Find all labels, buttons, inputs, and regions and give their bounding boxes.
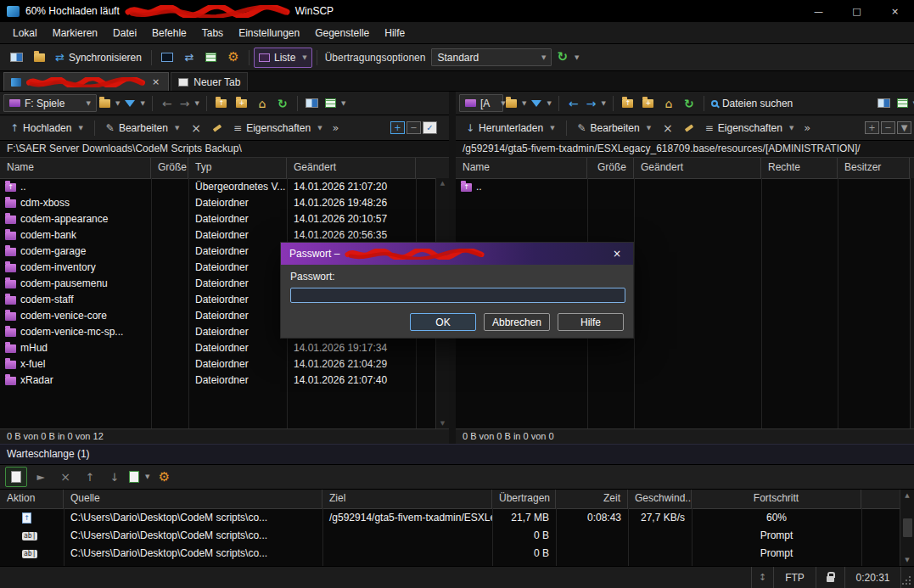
column-header-modified[interactable]: Geändert: [287, 158, 416, 178]
file-row[interactable]: cdm-xboss Dateiordner 14.01.2026 19:48:2…: [0, 195, 449, 211]
ok-button[interactable]: OK: [410, 313, 476, 331]
commander-view-button[interactable]: [5, 48, 28, 68]
scroll-down-icon[interactable]: ▼: [440, 420, 445, 427]
file-row[interactable]: ↑..: [456, 179, 914, 195]
home-button[interactable]: ⌂: [659, 94, 679, 113]
queue-header[interactable]: Warteschlange (1): [0, 444, 914, 464]
column-header-target[interactable]: Ziel: [322, 490, 492, 508]
column-header-transferred[interactable]: Übertragen: [492, 490, 556, 508]
edit-button[interactable]: ✎ Bearbeiten ▼: [101, 118, 185, 137]
menu-datei[interactable]: Datei: [105, 22, 144, 44]
overflow-chevron-icon[interactable]: »: [800, 122, 814, 133]
explorer-view-button[interactable]: [28, 48, 50, 68]
local-drive-select[interactable]: F: Spiele ▼: [3, 94, 97, 112]
column-header-size[interactable]: Größe: [587, 158, 634, 178]
queue-resume-button[interactable]: ►: [30, 467, 52, 487]
transfer-preset-select[interactable]: Standard ▼: [431, 48, 552, 66]
back-button[interactable]: ←: [157, 94, 177, 113]
cancel-button[interactable]: Abbrechen: [484, 313, 550, 331]
menu-einstellungen[interactable]: Einstellungen: [231, 22, 307, 44]
properties-button[interactable]: ≡ Eigenschaften ▼: [228, 118, 328, 137]
column-header-owner[interactable]: Besitzer: [838, 158, 910, 178]
refresh-local-button[interactable]: ↻: [272, 94, 293, 113]
select-files-button[interactable]: +: [390, 121, 405, 134]
file-row[interactable]: xRadar Dateiordner 14.01.2026 21:07:40: [0, 372, 449, 389]
file-row[interactable]: x-fuel Dateiordner 14.01.2026 21:04:29: [0, 356, 449, 372]
column-header-size[interactable]: Größe: [151, 158, 188, 178]
session-tab[interactable]: ×: [3, 72, 169, 91]
view-style-button[interactable]: ▼: [322, 94, 348, 113]
menu-lokal[interactable]: Lokal: [5, 22, 45, 44]
queue-process-button[interactable]: ▼: [128, 467, 150, 487]
back-button[interactable]: ←: [564, 94, 584, 113]
minimize-button[interactable]: —: [799, 0, 838, 22]
maximize-button[interactable]: □: [838, 0, 876, 22]
swap-panels-button[interactable]: [302, 94, 322, 113]
column-header-rights[interactable]: Rechte: [761, 158, 838, 178]
scrollbar-thumb[interactable]: [903, 518, 912, 537]
scroll-up-icon[interactable]: ▲: [905, 492, 909, 499]
edit-button[interactable]: ✎ Bearbeiten ▼: [573, 118, 657, 137]
panel-view-liste-button[interactable]: Liste ▼: [254, 48, 312, 68]
column-header-modified[interactable]: Geändert: [634, 158, 761, 178]
unselect-files-button[interactable]: −: [881, 121, 895, 134]
properties-button[interactable]: ≡ Eigenschaften ▼: [700, 118, 799, 137]
delete-button[interactable]: ×: [186, 118, 206, 137]
queue-delete-button[interactable]: ×: [54, 467, 76, 487]
menu-befehle[interactable]: Befehle: [144, 22, 194, 44]
column-header-source[interactable]: Quelle: [64, 490, 322, 508]
swap-panels-button[interactable]: [874, 94, 894, 113]
protocol-indicator[interactable]: FTP: [773, 567, 816, 588]
cleanup-button[interactable]: [680, 118, 698, 137]
cleanup-button[interactable]: [208, 118, 227, 137]
forward-button[interactable]: →▼: [177, 94, 202, 113]
new-folder-button[interactable]: +: [638, 94, 659, 113]
remote-path-bar[interactable]: /g592914/gta5-fivem-txadmin/ESXLegacy_61…: [456, 141, 914, 158]
select-files-button[interactable]: +: [865, 121, 879, 134]
forward-button[interactable]: →▼: [584, 94, 608, 113]
queue-scrollbar[interactable]: ▲ ▼: [900, 490, 914, 566]
file-row[interactable]: ↑.. Übergeordnetes V... 14.01.2026 21:07…: [0, 179, 449, 195]
column-header-name[interactable]: Name: [0, 158, 151, 178]
queue-preferences-button[interactable]: ⚙: [153, 467, 175, 487]
menu-tabs[interactable]: Tabs: [194, 22, 231, 44]
menu-hilfe[interactable]: Hilfe: [377, 22, 412, 44]
column-header-type[interactable]: Typ: [188, 158, 287, 178]
refresh-session-button[interactable]: ↻ ▼: [552, 48, 584, 68]
home-button[interactable]: ⌂: [252, 94, 272, 113]
encryption-indicator[interactable]: [816, 567, 844, 588]
column-header-speed[interactable]: Geschwind...: [628, 490, 692, 508]
scroll-up-icon[interactable]: ▲: [440, 180, 445, 187]
refresh-remote-button[interactable]: ↻: [679, 94, 699, 113]
resize-grip[interactable]: [900, 567, 914, 588]
remote-scrollbar[interactable]: ▲ ▼: [910, 178, 914, 428]
tab-close-icon[interactable]: ×: [150, 77, 161, 87]
new-folder-button[interactable]: +: [232, 94, 252, 113]
file-row[interactable]: mHud Dateiordner 14.01.2026 19:17:34: [0, 340, 449, 356]
open-directory-button[interactable]: ▼: [97, 94, 122, 113]
new-tab-button[interactable]: Neuer Tab: [171, 72, 248, 91]
view-style-button[interactable]: ▼: [894, 94, 914, 113]
password-input[interactable]: [290, 288, 625, 303]
console-button[interactable]: [156, 48, 178, 68]
delete-button[interactable]: ×: [658, 118, 678, 137]
column-header-name[interactable]: Name: [456, 158, 587, 178]
column-header-progress[interactable]: Fortschritt: [692, 490, 861, 508]
invert-selection-button[interactable]: ✓: [423, 121, 437, 134]
upload-button[interactable]: ↑ Hochladen ▼: [5, 118, 88, 137]
menu-gegenstelle[interactable]: Gegenstelle: [307, 22, 377, 44]
column-header-time[interactable]: Zeit: [556, 490, 628, 508]
queue-row[interactable]: ↑ C:\Users\Dario\Desktop\CodeM scripts\c…: [0, 509, 914, 527]
download-button[interactable]: ↓ Herunterladen ▼: [461, 118, 560, 137]
local-path-bar[interactable]: F:\SAER Server Downloads\CodeM Scripts B…: [0, 141, 449, 158]
scroll-down-icon[interactable]: ▼: [905, 557, 909, 563]
queue-move-down-button[interactable]: ↓: [104, 467, 126, 487]
invert-selection-button[interactable]: ▼: [897, 121, 911, 134]
parent-directory-button[interactable]: ↑: [211, 94, 232, 113]
synchronize-checklist-button[interactable]: [200, 48, 222, 68]
remote-directory-select[interactable]: [A ▼: [459, 94, 503, 112]
help-button[interactable]: Hilfe: [558, 313, 624, 331]
queue-row[interactable]: ab| C:\Users\Dario\Desktop\CodeM scripts…: [0, 527, 914, 545]
parent-directory-button[interactable]: ↑: [618, 94, 638, 113]
open-directory-button[interactable]: ▼: [503, 94, 529, 113]
